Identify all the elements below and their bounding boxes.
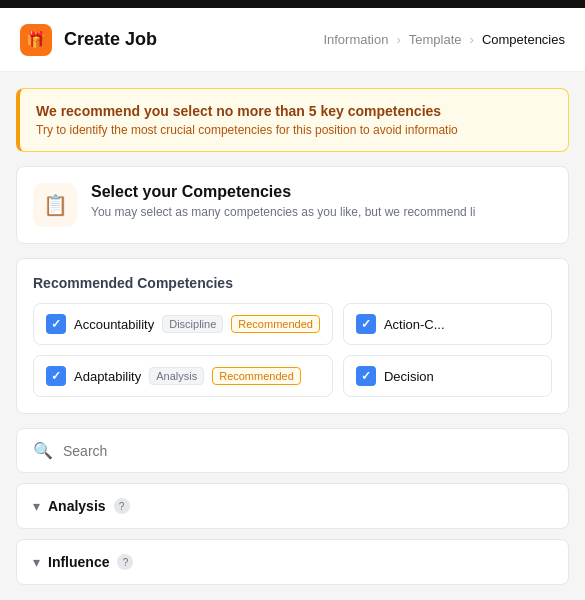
recommended-section-title: Recommended Competencies <box>33 275 552 291</box>
select-card-text: Select your Competencies You may select … <box>91 183 475 219</box>
warning-subtitle: Try to identify the most crucial compete… <box>36 123 552 137</box>
select-competencies-card: 📋 Select your Competencies You may selec… <box>16 166 569 244</box>
breadcrumb-competencies[interactable]: Competencies <box>482 32 565 47</box>
decision-name: Decision <box>384 369 434 384</box>
warning-title: We recommend you select no more than 5 k… <box>36 103 552 119</box>
page-title: Create Job <box>64 29 157 50</box>
list-item[interactable]: Action-C... <box>343 303 552 345</box>
search-icon: 🔍 <box>33 441 53 460</box>
logo: 🎁 <box>20 24 52 56</box>
adaptability-checkbox[interactable] <box>46 366 66 386</box>
accountability-badge: Recommended <box>231 315 320 333</box>
list-item[interactable]: Adaptability Analysis Recommended <box>33 355 333 397</box>
select-card-subtitle: You may select as many competencies as y… <box>91 205 475 219</box>
breadcrumb-information[interactable]: Information <box>323 32 388 47</box>
adaptability-tag: Analysis <box>149 367 204 385</box>
select-card-title: Select your Competencies <box>91 183 475 201</box>
competencies-right-column: Action-C... Decision <box>343 303 552 397</box>
main-content: We recommend you select no more than 5 k… <box>0 72 585 600</box>
logo-icon: 🎁 <box>26 30 46 49</box>
warning-banner: We recommend you select no more than 5 k… <box>16 88 569 152</box>
influence-section[interactable]: ▾ Influence ? <box>16 539 569 585</box>
topbar <box>0 0 585 8</box>
influence-label: Influence <box>48 554 109 570</box>
select-card-emoji: 📋 <box>43 193 68 217</box>
accountability-name: Accountability <box>74 317 154 332</box>
competencies-grid: Accountability Discipline Recommended Ad… <box>33 303 552 397</box>
analysis-chevron-icon: ▾ <box>33 498 40 514</box>
breadcrumb: Information › Template › Competencies <box>323 32 565 47</box>
recommended-section: Recommended Competencies Accountability … <box>16 258 569 414</box>
search-bar[interactable]: 🔍 <box>16 428 569 473</box>
decision-checkbox[interactable] <box>356 366 376 386</box>
influence-help-icon[interactable]: ? <box>117 554 133 570</box>
adaptability-badge: Recommended <box>212 367 301 385</box>
breadcrumb-sep-2: › <box>470 32 474 47</box>
influence-chevron-icon: ▾ <box>33 554 40 570</box>
adaptability-name: Adaptability <box>74 369 141 384</box>
breadcrumb-sep-1: › <box>396 32 400 47</box>
select-card-icon: 📋 <box>33 183 77 227</box>
analysis-label: Analysis <box>48 498 106 514</box>
list-item[interactable]: Decision <box>343 355 552 397</box>
list-item[interactable]: Accountability Discipline Recommended <box>33 303 333 345</box>
search-input[interactable] <box>63 443 552 459</box>
analysis-help-icon[interactable]: ? <box>114 498 130 514</box>
accountability-tag: Discipline <box>162 315 223 333</box>
action-name: Action-C... <box>384 317 445 332</box>
accountability-checkbox[interactable] <box>46 314 66 334</box>
competencies-left-column: Accountability Discipline Recommended Ad… <box>33 303 333 397</box>
analysis-section[interactable]: ▾ Analysis ? <box>16 483 569 529</box>
action-checkbox[interactable] <box>356 314 376 334</box>
breadcrumb-template[interactable]: Template <box>409 32 462 47</box>
header: 🎁 Create Job Information › Template › Co… <box>0 8 585 72</box>
